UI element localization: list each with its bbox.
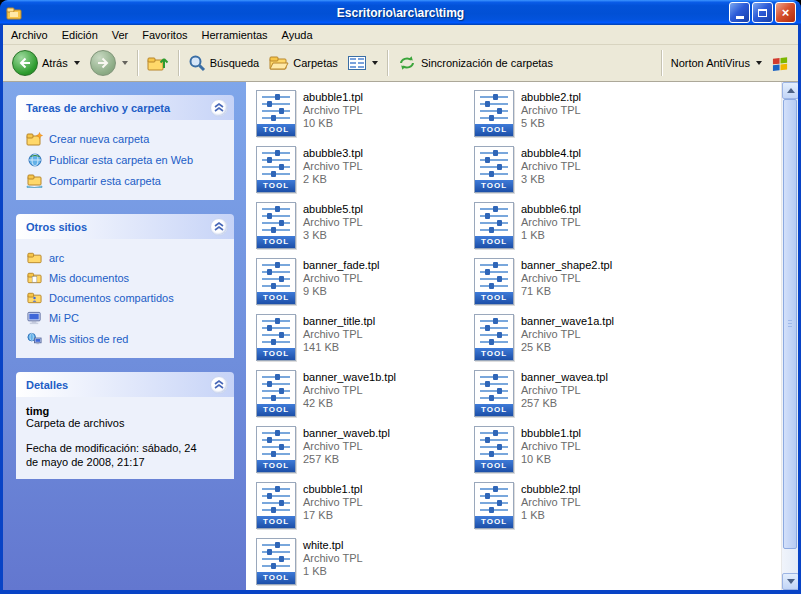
menu-herramientas[interactable]: Herramientas [195, 27, 275, 43]
sidebar-item-label: Compartir esta carpeta [49, 175, 161, 187]
sidebar-item-shared-documents[interactable]: Documentos compartidos [26, 291, 228, 304]
windows-logo-button[interactable] [767, 48, 794, 79]
file-name: bbubble1.tpl [521, 427, 581, 440]
sidebar-item-my-documents[interactable]: Mis documentos [26, 271, 228, 284]
close-button[interactable]: × [775, 2, 796, 23]
slider-line-icon [480, 96, 508, 98]
slider-line-icon [262, 446, 290, 448]
file-tile[interactable]: TOOL abubble3.tpl Archivo TPL 2 KB [256, 146, 468, 202]
file-type: Archivo TPL [521, 104, 581, 117]
file-tile[interactable]: TOOL banner_wave1a.tpl Archivo TPL 25 KB [474, 314, 686, 370]
sidebar-item-label: Mi PC [49, 312, 79, 324]
slider-line-icon [480, 215, 508, 217]
file-name: banner_fade.tpl [303, 259, 379, 272]
menu-ver[interactable]: Ver [105, 27, 136, 43]
collapse-panel-button[interactable] [210, 376, 228, 394]
file-tile[interactable]: TOOL banner_fade.tpl Archivo TPL 9 KB [256, 258, 468, 314]
slider-line-icon [262, 264, 290, 266]
sidebar-item-publish-web[interactable]: Publicar esta carpeta en Web [26, 153, 228, 167]
file-meta: banner_wave1a.tpl Archivo TPL 25 KB [521, 314, 614, 354]
file-tile[interactable]: TOOL banner_waveb.tpl Archivo TPL 257 KB [256, 426, 468, 482]
slider-line-icon [262, 320, 290, 322]
menu-edicion[interactable]: Edición [55, 27, 105, 43]
panel-title: Detalles [26, 379, 68, 391]
window-controls: × [729, 2, 796, 23]
file-name: abubble5.tpl [303, 203, 363, 216]
slider-line-icon [480, 488, 508, 490]
slider-line-icon [262, 488, 290, 490]
file-tile[interactable]: TOOL banner_wave1b.tpl Archivo TPL 42 KB [256, 370, 468, 426]
arrow-down-icon [787, 579, 795, 584]
tool-band-label: TOOL [475, 292, 513, 304]
slider-line-icon [480, 173, 508, 175]
back-dropdown-icon [74, 61, 80, 65]
file-tile[interactable]: TOOL banner_wavea.tpl Archivo TPL 257 KB [474, 370, 686, 426]
vertical-scrollbar[interactable] [781, 82, 798, 590]
file-list-area[interactable]: TOOL abubble1.tpl Archivo TPL 10 KB [246, 82, 798, 590]
sidebar-item-my-computer[interactable]: Mi PC [26, 311, 228, 325]
other-places-panel-header[interactable]: Otros sitios [16, 214, 234, 239]
file-tile[interactable]: TOOL banner_title.tpl Archivo TPL 141 KB [256, 314, 468, 370]
slider-line-icon [480, 103, 508, 105]
windows-logo-icon [772, 55, 789, 72]
slider-line-icon [262, 278, 290, 280]
collapse-panel-button[interactable] [210, 218, 228, 236]
minimize-button[interactable] [729, 2, 750, 23]
views-button[interactable] [343, 48, 383, 79]
maximize-button[interactable] [752, 2, 773, 23]
scroll-down-button[interactable] [782, 573, 798, 590]
slider-line-icon [262, 383, 290, 385]
slider-line-icon [480, 397, 508, 399]
slider-line-icon [262, 103, 290, 105]
toolbar: Atrás [3, 45, 798, 82]
file-tile[interactable]: TOOL abubble4.tpl Archivo TPL 3 KB [474, 146, 686, 202]
folders-button[interactable]: Carpetas [264, 48, 343, 79]
slider-line-icon [480, 110, 508, 112]
search-button[interactable]: Búsqueda [183, 48, 265, 79]
file-meta: abubble2.tpl Archivo TPL 5 KB [521, 90, 581, 130]
details-panel-header[interactable]: Detalles [16, 372, 234, 397]
file-tile[interactable]: TOOL banner_shape2.tpl Archivo TPL 71 KB [474, 258, 686, 314]
tool-band-label: TOOL [257, 572, 295, 584]
file-name: abubble2.tpl [521, 91, 581, 104]
menu-ayuda[interactable]: Ayuda [275, 27, 320, 43]
sidebar-item-share-folder[interactable]: Compartir esta carpeta [26, 174, 228, 188]
file-tile[interactable]: TOOL cbubble1.tpl Archivo TPL 17 KB [256, 482, 468, 538]
sync-folders-button[interactable]: Sincronización de carpetas [392, 48, 558, 79]
file-tile[interactable]: TOOL white.tpl Archivo TPL 1 KB [256, 538, 468, 590]
search-label: Búsqueda [210, 57, 260, 69]
folder-icon [26, 251, 43, 264]
file-tile[interactable]: TOOL abubble6.tpl Archivo TPL 1 KB [474, 202, 686, 258]
collapse-panel-button[interactable] [210, 99, 228, 117]
titlebar[interactable]: Escritorio\arc\arc\timg × [0, 0, 801, 25]
sidebar-item-network-places[interactable]: Mis sitios de red [26, 332, 228, 346]
file-tasks-panel-header[interactable]: Tareas de archivo y carpeta [16, 95, 234, 120]
file-tile[interactable]: TOOL abubble5.tpl Archivo TPL 3 KB [256, 202, 468, 258]
back-button[interactable]: Atrás [7, 48, 85, 79]
file-size: 3 KB [521, 173, 581, 186]
file-tile[interactable]: TOOL cbubble2.tpl Archivo TPL 1 KB [474, 482, 686, 538]
window-icon[interactable] [6, 5, 23, 21]
file-type: Archivo TPL [303, 272, 379, 285]
file-tile[interactable]: TOOL abubble1.tpl Archivo TPL 10 KB [256, 90, 468, 146]
slider-line-icon [480, 159, 508, 161]
file-size: 257 KB [521, 397, 608, 410]
slider-line-icon [480, 432, 508, 434]
scrollbar-thumb[interactable] [783, 99, 797, 549]
slider-line-icon [262, 166, 290, 168]
menu-favoritos[interactable]: Favoritos [135, 27, 194, 43]
file-tile[interactable]: TOOL bbubble1.tpl Archivo TPL 10 KB [474, 426, 686, 482]
norton-antivirus-button[interactable]: Norton AntiVirus [666, 48, 767, 79]
file-size: 10 KB [521, 453, 581, 466]
file-tile[interactable]: TOOL abubble2.tpl Archivo TPL 5 KB [474, 90, 686, 146]
menu-archivo[interactable]: Archivo [4, 27, 55, 43]
up-button[interactable] [142, 48, 174, 79]
file-size: 257 KB [303, 453, 390, 466]
sync-icon [397, 55, 417, 71]
scroll-up-button[interactable] [782, 82, 798, 99]
forward-button[interactable] [85, 48, 133, 79]
file-type: Archivo TPL [303, 328, 375, 341]
sidebar-item-create-folder[interactable]: Crear nueva carpeta [26, 132, 228, 146]
file-size: 71 KB [521, 285, 612, 298]
sidebar-item-arc[interactable]: arc [26, 251, 228, 264]
